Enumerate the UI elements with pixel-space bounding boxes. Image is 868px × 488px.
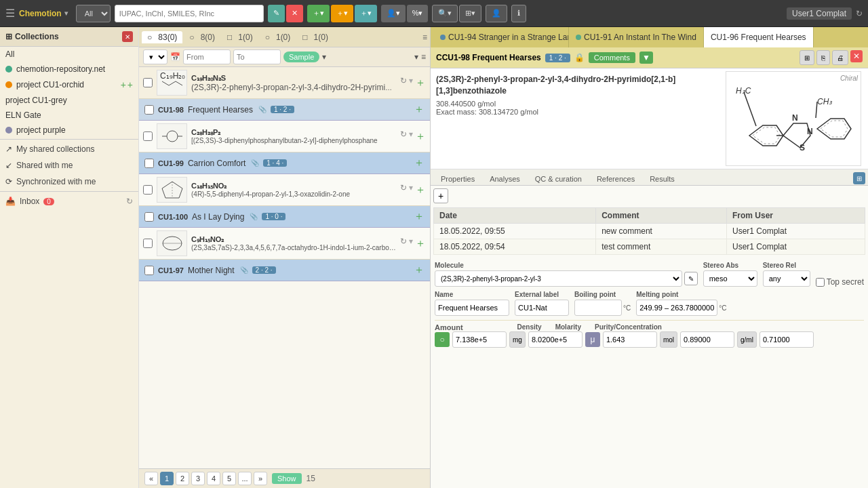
sidebar-item-cu1-orchid[interactable]: project CU1-orchid + + xyxy=(0,77,138,93)
melting-input[interactable] xyxy=(636,300,717,316)
detail-tab-cu1-96[interactable]: CU1-96 Frequent Hearses xyxy=(704,27,814,47)
page-4-button[interactable]: 4 xyxy=(207,472,220,485)
amount-green-button[interactable]: ○ xyxy=(435,332,450,347)
layout-settings-icon[interactable]: ≡ xyxy=(421,52,426,62)
prop-tab-qc[interactable]: QC & curation xyxy=(528,172,589,185)
detail-tab-cu1-91[interactable]: CU1-91 An Instant In The Wind xyxy=(569,27,704,47)
tab-reactions[interactable]: ○ 8(0) xyxy=(184,31,220,43)
sample-add-icon[interactable]: ＋ xyxy=(415,237,426,251)
brand-dropdown-arrow[interactable]: ▾ xyxy=(64,9,68,17)
group-header-cu1-98[interactable]: CU1-98 Frequent Hearses 📎 1 · 2 · ＋ xyxy=(139,99,430,121)
prop-tab-results[interactable]: Results xyxy=(642,172,682,185)
comments-button[interactable]: Comments xyxy=(589,52,635,63)
stereo-abs-select[interactable]: meso xyxy=(703,270,757,287)
group-checkbox-cu1-100[interactable] xyxy=(144,212,154,222)
amount-purple-button[interactable]: μ xyxy=(585,332,600,347)
tab-samples[interactable]: ○ 83(0) xyxy=(142,31,182,43)
group-checkbox-cu1-98[interactable] xyxy=(144,105,154,115)
sample-checkbox[interactable] xyxy=(143,239,153,248)
sidebar-item-chemotion[interactable]: chemotion-repository.net xyxy=(0,62,138,77)
sidebar-item-inbox[interactable]: 📥 Inbox 0 ↻ xyxy=(0,193,138,209)
edit-search-button[interactable]: ✎ xyxy=(268,5,285,22)
group-header-cu1-99[interactable]: CU1-99 Carrion Comfort 📎 1 · 4 · ＋ xyxy=(139,152,430,174)
detail-tab-cu1-94[interactable]: CU1-94 Stranger in a Strange Land xyxy=(433,27,569,47)
clear-search-button[interactable]: ✕ xyxy=(286,5,303,22)
inbox-refresh-icon[interactable]: ↻ xyxy=(126,197,133,206)
add-orange-button[interactable]: ＋▾ xyxy=(331,5,353,22)
sample-add-icon[interactable]: ＋ xyxy=(415,129,426,144)
amount-input-2[interactable] xyxy=(528,331,583,348)
collection-settings-icon[interactable]: ≡ xyxy=(422,33,427,42)
page-1-button[interactable]: 1 xyxy=(160,472,174,485)
date-to-input[interactable] xyxy=(233,49,281,64)
ext-label-input[interactable] xyxy=(515,300,569,316)
page-next-button[interactable]: » xyxy=(254,472,267,485)
zoom-button[interactable]: 🔍▾ xyxy=(432,5,458,22)
tab-screens[interactable]: ○ 1(0) xyxy=(260,31,296,43)
boiling-input[interactable] xyxy=(574,300,622,316)
group-checkbox-cu1-97[interactable] xyxy=(144,266,154,275)
collections-close-button[interactable]: ✕ xyxy=(122,31,133,42)
page-ellipsis[interactable]: ... xyxy=(238,472,252,485)
page-3-button[interactable]: 3 xyxy=(191,472,205,485)
stereo-rel-select[interactable]: any xyxy=(763,270,810,287)
percent-button[interactable]: %▾ xyxy=(407,5,429,22)
group-add-button-cu1-100[interactable]: ＋ xyxy=(414,209,425,224)
prop-extra-button[interactable]: ⊞ xyxy=(853,172,865,184)
group-header-cu1-100[interactable]: CU1-100 As I Lay Dying 📎 1 · 0 · ＋ xyxy=(139,206,430,228)
add-green-button[interactable]: ＋▾ xyxy=(307,5,330,22)
sample-checkbox[interactable] xyxy=(143,131,153,141)
molecule-select[interactable]: (2S,3R)-2-phenyl-3-propan-2-yl-3 xyxy=(435,270,682,287)
add-sub-collection-button[interactable]: + xyxy=(121,79,126,90)
group-add-button-cu1-97[interactable]: ＋ xyxy=(414,263,425,277)
refresh-icon[interactable]: ↻ xyxy=(856,9,863,18)
sidebar-item-my-shared[interactable]: ↗ My shared collections xyxy=(0,141,138,157)
sample-collapse-icon[interactable]: ▾ xyxy=(409,129,413,144)
detail-copy-button[interactable]: ⎘ xyxy=(816,50,830,65)
amount-input-3[interactable] xyxy=(603,331,657,348)
page-5-button[interactable]: 5 xyxy=(222,472,236,485)
sidebar-item-synchronized[interactable]: ⟳ Synchronized with me xyxy=(0,174,138,190)
page-prev-button[interactable]: « xyxy=(144,472,158,485)
info-button[interactable]: ℹ xyxy=(511,5,526,22)
top-secret-checkbox[interactable] xyxy=(816,278,825,287)
tab-wellplates[interactable]: □ 1(0) xyxy=(222,31,258,43)
sample-add-icon[interactable]: ＋ xyxy=(415,76,426,90)
group-header-cu1-97[interactable]: CU1-97 Mother Night 📎 2 · 2 · ＋ xyxy=(139,260,430,281)
sample-checkbox[interactable] xyxy=(143,78,153,87)
sample-refresh-icon[interactable]: ↻ xyxy=(400,237,407,251)
sample-collapse-icon[interactable]: ▾ xyxy=(409,183,413,197)
sidebar-item-shared-with-me[interactable]: ↙ Shared with me xyxy=(0,157,138,174)
sample-refresh-icon[interactable]: ↻ xyxy=(400,129,407,144)
prop-tab-references[interactable]: References xyxy=(589,172,642,185)
purity-input[interactable] xyxy=(760,331,814,348)
user-badge[interactable]: User1 Complat xyxy=(787,7,852,20)
group-add-button-cu1-98[interactable]: ＋ xyxy=(414,102,425,117)
menu-icon[interactable]: ☰ xyxy=(5,7,15,20)
sample-add-icon[interactable]: ＋ xyxy=(415,183,426,197)
prop-tab-properties[interactable]: Properties xyxy=(433,172,482,185)
sample-collapse-icon[interactable]: ▾ xyxy=(409,237,413,251)
add-collection-item-button[interactable]: + xyxy=(127,79,133,90)
sample-checkbox[interactable] xyxy=(143,185,153,195)
sample-collapse-icon[interactable]: ▾ xyxy=(409,76,413,90)
tab-research[interactable]: □ 1(0) xyxy=(297,31,334,43)
comments-dropdown-icon[interactable]: ▼ xyxy=(639,52,653,64)
density-input[interactable] xyxy=(680,331,734,348)
prop-tab-analyses[interactable]: Analyses xyxy=(482,172,528,185)
amount-input-1[interactable] xyxy=(452,331,507,348)
name-input[interactable] xyxy=(435,300,509,316)
show-button[interactable]: Show xyxy=(272,473,302,484)
molecule-edit-button[interactable]: ✎ xyxy=(684,272,698,285)
layout-button[interactable]: ⊞▾ xyxy=(459,5,481,22)
user-manage-button[interactable]: 👤▾ xyxy=(381,5,406,22)
search-input[interactable] xyxy=(115,5,264,22)
sample-refresh-icon[interactable]: ↻ xyxy=(400,183,407,197)
detail-grid-button[interactable]: ⊞ xyxy=(800,50,814,65)
sample-refresh-icon[interactable]: ↻ xyxy=(400,76,407,90)
add-comment-button[interactable]: + xyxy=(433,188,448,203)
filter-icon[interactable]: ▾ xyxy=(414,52,418,62)
group-checkbox-cu1-99[interactable] xyxy=(144,159,154,168)
sidebar-item-cu1-grey[interactable]: project CU1-grey xyxy=(0,93,138,108)
search-mode-select[interactable]: All xyxy=(76,5,111,22)
